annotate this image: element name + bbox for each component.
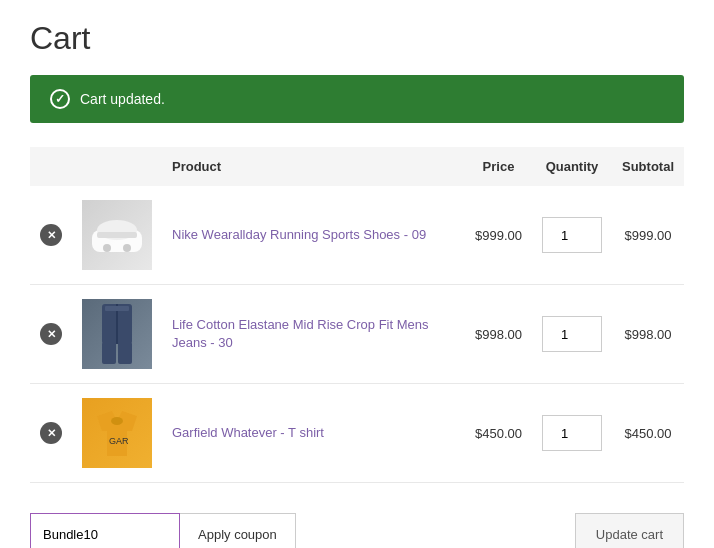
coupon-area: Apply coupon [30,513,296,548]
col-subtotal: Subtotal [612,147,684,186]
col-remove [30,147,72,186]
product-link-0[interactable]: Nike Wearallday Running Sports Shoes - 0… [172,227,426,242]
remove-button-1[interactable] [40,323,62,345]
svg-point-4 [123,244,131,252]
cart-updated-banner: Cart updated. [30,75,684,123]
banner-message: Cart updated. [80,91,165,107]
product-link-1[interactable]: Life Cotton Elastane Mid Rise Crop Fit M… [172,317,429,350]
svg-point-3 [103,244,111,252]
svg-rect-9 [105,306,129,311]
col-quantity: Quantity [532,147,612,186]
quantity-input-2[interactable] [542,415,602,451]
col-product: Product [162,147,465,186]
page-title: Cart [30,20,684,57]
table-row: GAR Garfield Whatever - T shirt$450.00$4… [30,384,684,483]
product-price-1: $998.00 [465,285,532,384]
svg-rect-2 [97,232,137,238]
product-image [82,299,152,369]
quantity-input-0[interactable] [542,217,602,253]
svg-rect-7 [102,342,116,364]
remove-button-0[interactable] [40,224,62,246]
svg-rect-8 [118,342,132,364]
table-header-row: Product Price Quantity Subtotal [30,147,684,186]
product-price-2: $450.00 [465,384,532,483]
svg-point-11 [111,417,123,425]
cart-actions: Apply coupon Update cart [30,503,684,548]
cart-table: Product Price Quantity Subtotal Nike Wea… [30,147,684,483]
check-circle-icon [50,89,70,109]
quantity-input-1[interactable] [542,316,602,352]
product-image [82,200,152,270]
product-subtotal-2: $450.00 [612,384,684,483]
remove-button-2[interactable] [40,422,62,444]
table-row: Life Cotton Elastane Mid Rise Crop Fit M… [30,285,684,384]
col-price: Price [465,147,532,186]
product-link-2[interactable]: Garfield Whatever - T shirt [172,425,324,440]
product-image: GAR [82,398,152,468]
coupon-input[interactable] [30,513,180,548]
product-subtotal-0: $999.00 [612,186,684,285]
apply-coupon-button[interactable]: Apply coupon [180,513,296,548]
product-price-0: $999.00 [465,186,532,285]
update-cart-button[interactable]: Update cart [575,513,684,548]
product-subtotal-1: $998.00 [612,285,684,384]
col-image [72,147,162,186]
table-row: Nike Wearallday Running Sports Shoes - 0… [30,186,684,285]
svg-text:GAR: GAR [109,436,129,446]
